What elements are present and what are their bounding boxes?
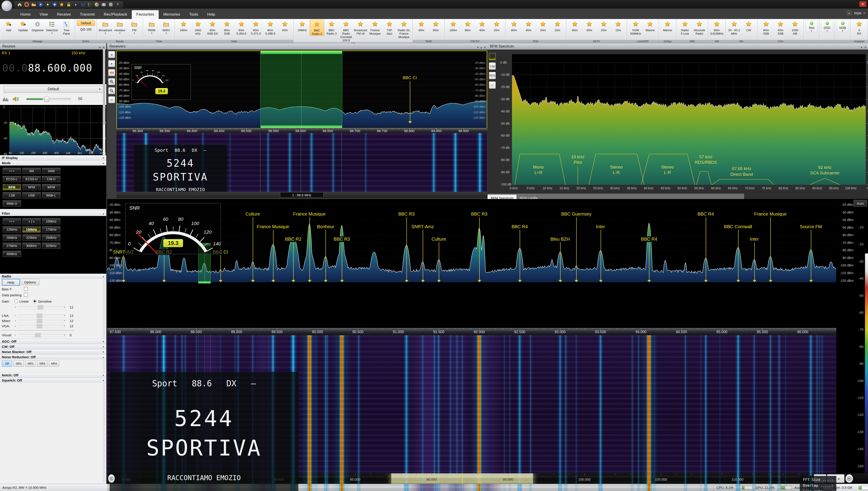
menu-icon[interactable]: ≡ — [108, 51, 115, 58]
mode-button-sam[interactable]: SAM — [42, 168, 60, 174]
favourite-6-rx[interactable]: 6RX — [852, 20, 866, 35]
rwm[interactable]: RWM▼ — [145, 20, 159, 34]
memory-icon[interactable] — [108, 2, 114, 7]
mode-button-usb[interactable]: USB — [22, 192, 41, 198]
station-label[interactable]: BBC R3 — [333, 236, 351, 242]
scope-button[interactable] — [489, 53, 496, 60]
favourite-1090-am[interactable]: 1090AM — [788, 20, 802, 35]
bias-t-checkbox[interactable] — [24, 287, 28, 291]
volume-slider-thumb[interactable] — [44, 96, 49, 102]
station-label[interactable]: France Musique — [753, 211, 787, 217]
station-label[interactable]: Inter — [749, 236, 760, 242]
station-label[interactable]: Inter — [595, 224, 606, 230]
nr-button-nr4[interactable]: NR4 — [49, 360, 59, 367]
legend-list-icon[interactable] — [87, 2, 92, 7]
visual-slider-thumb[interactable] — [35, 333, 41, 338]
undo-icon[interactable] — [80, 2, 86, 7]
favourite-absolute-radio[interactable]: AbsoluteRadio — [692, 20, 706, 35]
vga-decrement[interactable]: ‹ — [15, 324, 16, 327]
play-icon[interactable] — [38, 2, 43, 7]
organise[interactable]: Organise — [31, 20, 44, 32]
wwv[interactable]: WWV▼ — [159, 20, 173, 34]
filter-button-175khz[interactable]: 175kHz — [42, 226, 60, 232]
stop-icon[interactable] — [45, 2, 51, 7]
resume-scroll-button[interactable] — [845, 474, 853, 483]
favourite-star-icon[interactable] — [59, 2, 64, 7]
panel-pin-icon[interactable]: ▴ — [480, 45, 482, 51]
filter-button-275khz[interactable]: 275kHz — [3, 243, 21, 249]
favourite-15m[interactable]: 15m — [550, 20, 564, 32]
folder-open-icon[interactable] — [31, 2, 36, 7]
section-header-filter[interactable]: Filter▴ — [0, 211, 106, 216]
section-header-agc[interactable]: AGC: Off▾ — [0, 339, 106, 344]
favourite-160m[interactable]: 160m — [446, 20, 460, 32]
snapshot-icon[interactable] — [73, 2, 79, 7]
section-header-squelch[interactable]: Squelch: Off▾ — [0, 378, 106, 383]
mode-button-wfm[interactable]: WFM — [42, 184, 60, 190]
more-button[interactable]: ••• — [489, 81, 496, 89]
section-header-notch[interactable]: Notch: Off▾ — [0, 373, 106, 378]
station-label[interactable]: BBC Guernsey — [560, 211, 592, 217]
if-waterfall[interactable]: Sport88.6DX–5244SPORTIVARACCONTIAMO EMOZ… — [116, 133, 487, 192]
speaker-icon[interactable] — [13, 96, 20, 102]
toggle-ndb[interactable]: NDB▼ — [837, 20, 849, 32]
visual-increment[interactable]: › — [64, 333, 65, 337]
options-button[interactable]: Options — [21, 279, 39, 285]
add-receiver-icon[interactable]: + — [108, 60, 115, 67]
style-selector[interactable]: ▴ Style ▾ — [847, 10, 865, 16]
toggle-test[interactable]: Test▼ — [805, 20, 817, 32]
favourite-20m[interactable]: 20m — [490, 20, 504, 32]
mode-button-ecss-u[interactable]: ECSS-U — [22, 176, 41, 182]
favourite-bbc-radio-cornwall-103-9[interactable]: BBC RadioCornwall 103.9 — [339, 20, 353, 42]
favourite-1942-khz[interactable]: 1942kHz — [191, 20, 205, 35]
favourite-40m[interactable]: 40m — [582, 20, 596, 32]
favourite-20mhz[interactable]: 20MHz — [295, 20, 309, 32]
favourite-15m[interactable]: 15m — [611, 20, 625, 32]
vfo-button[interactable]: 1 : 88.6 MHz — [280, 192, 323, 198]
style-label[interactable]: Style — [854, 11, 862, 15]
favourite-80m-3-615mhz[interactable]: 80m3.615MHz — [710, 20, 724, 35]
station-label[interactable]: Bonheur — [316, 224, 335, 230]
palette-icon[interactable] — [94, 2, 99, 7]
filter-button-300khz[interactable]: 300kHz — [22, 243, 41, 249]
mode-button-am[interactable]: AM — [22, 168, 41, 174]
panel-menu-icon[interactable]: ▾ — [477, 45, 479, 51]
mixer-decrement[interactable]: ‹ — [15, 319, 16, 322]
broadcast[interactable]: Broadcast▼ — [98, 20, 112, 34]
gain-slider-thumb[interactable] — [37, 305, 43, 310]
favourite-80m[interactable]: 80m — [429, 20, 443, 32]
mode-button-wide-l[interactable]: Wide-L — [42, 192, 60, 198]
panel-close-icon[interactable]: ✕ — [864, 45, 867, 51]
nr-button-nr2[interactable]: NR2 — [25, 360, 36, 367]
station-label[interactable]: BBC R4 — [510, 224, 529, 230]
update[interactable]: Update — [16, 20, 30, 32]
video-icon[interactable] — [101, 2, 106, 7]
favourite-bbc-radio-3[interactable]: BBCRadio 3 — [324, 20, 339, 35]
visual-slider[interactable] — [18, 334, 66, 337]
zoom-out-icon[interactable] — [108, 87, 115, 94]
station-label[interactable]: Culture — [244, 211, 261, 217]
filter-button-200khz[interactable]: 200kHz — [3, 234, 21, 241]
filter-button--[interactable]: • • • — [3, 218, 21, 224]
gain-sensitive-radio[interactable] — [33, 299, 37, 303]
station-label[interactable]: SNRT-Amz — [410, 224, 435, 230]
help-ring-icon[interactable] — [24, 2, 29, 7]
preset-dropdown[interactable]: Default▼ — [4, 86, 103, 93]
mode-button-wide-u[interactable]: Wide-U — [3, 200, 21, 206]
amateur[interactable]: Amateur▼ — [113, 20, 127, 34]
tree-pane[interactable]: TreePane — [59, 20, 73, 35]
section-header-if-display[interactable]: IF Display▾ — [0, 155, 106, 160]
gain-decrement[interactable]: ‹ — [15, 305, 16, 309]
add-circle-icon[interactable] — [52, 2, 57, 7]
station-label[interactable]: Bleu BZH — [549, 236, 571, 242]
tab-rec-playback[interactable]: Rec/Playback — [99, 10, 132, 19]
filter-button-150khz[interactable]: 150kHz — [22, 226, 41, 232]
station-label[interactable]: BBC R2 — [284, 236, 303, 242]
favourite-60m-5-371-5[interactable]: 60m5.371.5 — [249, 20, 263, 35]
home-icon[interactable] — [17, 2, 22, 7]
lock-icon[interactable] — [66, 2, 71, 7]
station-label[interactable]: BBC R4 — [640, 236, 658, 242]
mode-button-cw-u[interactable]: CW-U — [42, 176, 60, 182]
section-header-radio[interactable]: Radio▴ — [0, 273, 106, 279]
station-label[interactable]: Source FM — [799, 224, 823, 230]
